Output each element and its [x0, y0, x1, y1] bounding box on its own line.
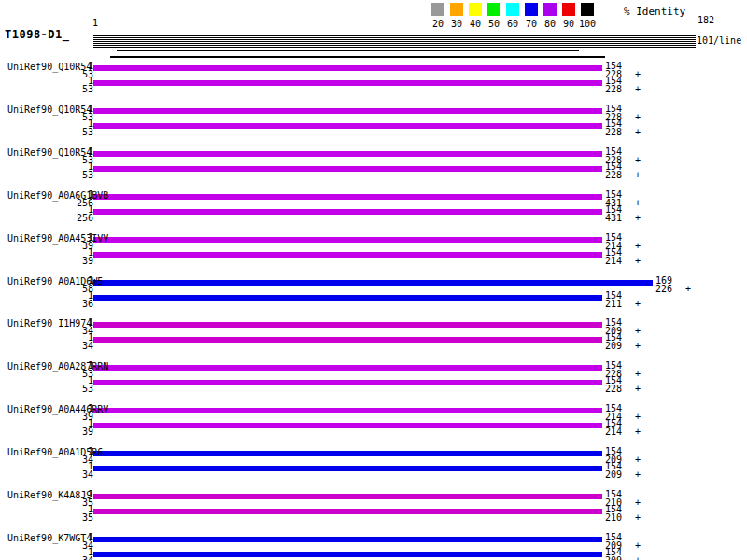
hit-row: 153154228+153154228+UniRef90_Q10R54: [0, 151, 747, 183]
hit-row: 153154228+153154228+UniRef90_A0A287RRN: [0, 365, 747, 397]
strand-label: +: [635, 427, 641, 437]
hit-end-label: 214: [605, 427, 622, 437]
strand-label: +: [635, 342, 641, 351]
alignment-bar: [93, 108, 602, 114]
hit-start-label: 39: [56, 427, 93, 437]
hit-start-label: 53: [56, 128, 93, 137]
strand-label: +: [635, 498, 641, 508]
legend-swatch: [469, 3, 482, 16]
hit-start-label: 35: [56, 513, 93, 523]
legend-label: 100: [579, 20, 596, 29]
alignment-bar: [93, 280, 653, 286]
alignment-coverage-screen: T1098-D1_ 2030405060708090100 % Identity…: [0, 0, 747, 560]
strand-label: +: [635, 199, 641, 208]
legend-swatch: [487, 3, 500, 16]
hit-row: 134154209+134154209+UniRef90_K7WGT4: [0, 537, 747, 560]
page-title: T1098-D1_: [5, 29, 70, 40]
hit-start-label: 34: [56, 556, 93, 560]
ruler-per-line-label: 101/line: [697, 36, 741, 46]
legend-title: % Identity: [624, 7, 685, 17]
hit-start-label: 34: [56, 342, 93, 351]
alignment-bar: [93, 65, 602, 71]
strand-label: +: [635, 70, 641, 79]
alignment-bar: [93, 252, 602, 258]
hit-end-label: 228: [605, 128, 622, 137]
query-ruler-stripes: [93, 35, 696, 49]
hit-end-label: 211: [605, 300, 622, 309]
strand-label: +: [635, 385, 641, 394]
hit-start-label: 256: [56, 214, 93, 223]
strand-label: +: [635, 171, 641, 180]
legend-item: 80: [543, 3, 557, 29]
ruler-line-1: [117, 49, 602, 49]
hit-end-label: 431: [605, 214, 622, 223]
hit-start-label: 36: [56, 300, 93, 309]
strand-label: +: [635, 300, 641, 309]
hit-end-label: 209: [605, 556, 622, 560]
legend-label: 60: [507, 20, 518, 29]
strand-label: +: [635, 556, 641, 560]
legend-swatch: [450, 3, 463, 16]
alignment-bar: [93, 295, 602, 301]
legend-item: 50: [487, 3, 500, 29]
legend-swatch: [543, 3, 557, 16]
legend-item: 90: [562, 3, 575, 29]
alignment-bar: [93, 151, 602, 157]
legend-item: 20: [431, 3, 444, 29]
strand-label: +: [635, 242, 641, 251]
strand-label: +: [635, 85, 641, 94]
legend-item: 70: [525, 3, 538, 29]
hit-end-label: 210: [605, 513, 622, 523]
strand-label: +: [635, 156, 641, 165]
strand-label: +: [635, 257, 641, 266]
legend-item: 60: [506, 3, 519, 29]
strand-label: +: [635, 327, 641, 336]
hit-start-label: 53: [56, 85, 93, 94]
ruler-start-label: 1: [92, 19, 98, 28]
alignment-bar: [93, 80, 602, 86]
hit-row: 134154209+134154209+UniRef90_A0A1D5R6: [0, 451, 747, 483]
hit-start-label: 53: [56, 385, 93, 394]
strand-label: +: [635, 470, 641, 480]
legend-label: 70: [526, 20, 537, 29]
legend-label: 20: [432, 20, 444, 29]
hit-end-label: 228: [605, 171, 622, 180]
hit-row: 153154228+153154228+UniRef90_Q10R54: [0, 65, 747, 97]
hit-row: 158169226+136154211+UniRef90_A0A1D6W5: [0, 280, 747, 312]
alignment-bar: [93, 194, 602, 200]
strand-label: +: [635, 455, 641, 465]
alignment-bar: [93, 365, 602, 371]
hit-end-label: 209: [605, 342, 622, 351]
hit-row: 1256154431+1256154431+UniRef90_A0A6G1BVB: [0, 194, 747, 226]
strand-label: +: [635, 513, 641, 523]
alignment-bar: [93, 123, 602, 129]
alignment-bar: [93, 209, 602, 215]
legend-label: 90: [563, 20, 574, 29]
alignment-bar: [93, 494, 602, 499]
alignment-bar: [93, 537, 602, 542]
legend-swatch: [506, 3, 519, 16]
alignment-bar: [93, 466, 602, 471]
legend-item: 30: [450, 3, 463, 29]
hit-row: 135154210+135154210+UniRef90_K4A8J9: [0, 494, 747, 525]
hit-row: 153154228+153154228+UniRef90_Q10R54: [0, 108, 747, 140]
hit-end-label: 214: [605, 257, 622, 266]
alignment-bar: [93, 423, 602, 428]
alignment-bar: [93, 337, 602, 343]
hit-end-label: 228: [605, 385, 622, 394]
ruler-line-3: [110, 56, 605, 58]
hit-row: 139154214+139154214+UniRef90_A0A446RRV: [0, 408, 747, 440]
strand-label: +: [635, 128, 641, 137]
strand-label: +: [635, 541, 641, 551]
alignment-bar: [93, 509, 602, 514]
alignment-bar: [93, 322, 602, 328]
legend-swatch: [562, 3, 575, 16]
alignment-bar: [93, 380, 602, 385]
legend-swatch: [525, 3, 538, 16]
ruler-line-2: [117, 50, 579, 51]
hit-start-label: 53: [56, 171, 93, 180]
hit-row: 139154214+139154214+UniRef90_A0A453IVV: [0, 237, 747, 269]
strand-label: +: [635, 370, 641, 379]
identity-legend: 2030405060708090100: [431, 3, 594, 29]
ruler-end-label: 182: [698, 16, 714, 25]
